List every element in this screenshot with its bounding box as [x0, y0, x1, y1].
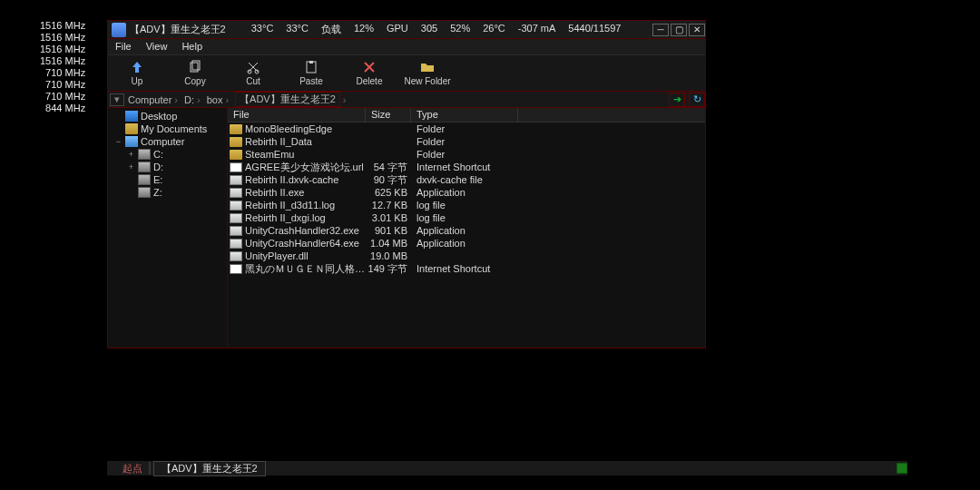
- tree-node[interactable]: −Computer: [110, 135, 225, 148]
- file-size: 901 KB: [366, 225, 411, 236]
- tree-node[interactable]: +D:: [110, 161, 225, 173]
- file-row[interactable]: Rebirth II_dxgi.log3.01 KBlog file: [228, 211, 705, 224]
- file-row[interactable]: Rebirth II_DataFolder: [228, 135, 705, 148]
- file-type: log file: [411, 212, 705, 223]
- address-bar: ▾ Computer›D:›box›【ADV】重生之老王2› ➔ ↻: [108, 92, 705, 108]
- file-row[interactable]: 黑丸のＭＵＧＥＮ同人格斗园....149 字节Internet Shortcut: [228, 262, 705, 275]
- file-size: 1.04 MB: [366, 238, 411, 249]
- breadcrumb[interactable]: box›: [205, 94, 233, 105]
- tree-node[interactable]: E:: [110, 173, 225, 186]
- file-type: Folder: [411, 136, 705, 147]
- stat-value: 5440/11597: [568, 23, 621, 36]
- tree-node[interactable]: My Documents: [110, 122, 225, 135]
- menu-file[interactable]: File: [108, 39, 139, 54]
- exe-icon: [230, 226, 242, 236]
- tree-node[interactable]: Desktop: [110, 110, 225, 122]
- column-header-type[interactable]: Type: [411, 108, 518, 122]
- file-row[interactable]: UnityCrashHandler64.exe1.04 MBApplicatio…: [228, 237, 705, 250]
- file-row[interactable]: SteamEmuFolder: [228, 148, 705, 161]
- tree-label: C:: [153, 149, 163, 160]
- refresh-button[interactable]: ↻: [689, 93, 705, 107]
- file-type: Internet Shortcut: [411, 162, 705, 172]
- start-label[interactable]: 起点: [119, 462, 146, 475]
- folder-icon: [230, 137, 242, 147]
- window-title: 【ADV】重生之老王2: [130, 23, 226, 36]
- column-header-size[interactable]: Size: [366, 108, 411, 122]
- titlebar-stats: 33°C33°C负载12%GPU30552%26°C-307 mA5440/11…: [251, 23, 651, 36]
- menu-bar: FileViewHelp: [108, 39, 705, 55]
- clock-reading: 1516 MHz: [40, 32, 85, 44]
- file-row[interactable]: MonoBleedingEdgeFolder: [228, 122, 705, 135]
- tree-label: Computer: [141, 136, 184, 147]
- file-name: Rebirth II.dxvk-cache: [245, 174, 338, 185]
- up-button[interactable]: Up: [108, 55, 166, 91]
- drive-icon: [138, 149, 151, 160]
- expander-icon[interactable]: [126, 188, 136, 198]
- up-label: Up: [132, 76, 143, 86]
- file-name: UnityCrashHandler64.exe: [245, 238, 359, 249]
- file-row[interactable]: UnityCrashHandler32.exe901 KBApplication: [228, 224, 705, 237]
- folder-icon: [230, 150, 242, 160]
- breadcrumb[interactable]: Computer›: [126, 94, 182, 105]
- copy-button[interactable]: Copy: [166, 55, 224, 91]
- file-row[interactable]: Rebirth II.dxvk-cache90 字节dxvk-cache fil…: [228, 173, 705, 186]
- titlebar[interactable]: 【ADV】重生之老王2 33°C33°C负载12%GPU30552%26°C-3…: [108, 21, 705, 39]
- close-button[interactable]: ✕: [689, 24, 705, 36]
- menu-help[interactable]: Help: [174, 39, 210, 54]
- breadcrumb[interactable]: 【ADV】重生之老王2›: [233, 92, 350, 107]
- file-icon: [230, 175, 242, 185]
- tree-node[interactable]: Z:: [110, 186, 225, 199]
- taskbar-task[interactable]: 【ADV】重生之老王2: [153, 461, 266, 476]
- go-button[interactable]: ➔: [669, 93, 685, 107]
- folder-tree: DesktopMy Documents−Computer+C:+D:E:Z:: [108, 108, 228, 348]
- expander-icon[interactable]: [113, 112, 123, 122]
- exe-icon: [230, 188, 242, 198]
- file-icon: [230, 213, 242, 223]
- chevron-right-icon: ›: [222, 94, 231, 105]
- expander-icon[interactable]: +: [126, 150, 136, 160]
- file-type: Application: [411, 187, 705, 198]
- expander-icon[interactable]: +: [126, 162, 136, 172]
- tray-icon[interactable]: [897, 463, 907, 474]
- copy-label: Copy: [184, 76, 205, 86]
- expander-icon[interactable]: −: [113, 137, 123, 147]
- start-icon[interactable]: [110, 463, 119, 474]
- tree-label: D:: [153, 162, 163, 172]
- maximize-button[interactable]: ▢: [671, 24, 687, 36]
- delete-button[interactable]: Delete: [340, 55, 398, 91]
- newfolder-button[interactable]: New Folder: [398, 55, 456, 91]
- file-row[interactable]: UnityPlayer.dll19.0 MB: [228, 250, 705, 262]
- folder-icon: [125, 123, 138, 134]
- file-name: Rebirth II.exe: [245, 187, 304, 198]
- file-name: UnityPlayer.dll: [245, 250, 309, 261]
- cut-button[interactable]: Cut: [224, 55, 282, 91]
- file-size: 625 KB: [366, 187, 411, 198]
- paste-button[interactable]: Paste: [282, 55, 340, 91]
- tree-node[interactable]: +C:: [110, 148, 225, 161]
- file-size: 3.01 KB: [366, 212, 411, 223]
- folder-icon: [230, 124, 242, 134]
- file-row[interactable]: AGREE美少女游戏论坛.url54 字节Internet Shortcut: [228, 161, 705, 173]
- stat-value: GPU: [387, 23, 408, 36]
- expander-icon[interactable]: [126, 175, 136, 185]
- expander-icon[interactable]: [113, 124, 123, 134]
- file-row[interactable]: Rebirth II.exe625 KBApplication: [228, 186, 705, 199]
- file-name: SteamEmu: [245, 149, 294, 160]
- chevron-right-icon: ›: [172, 94, 181, 105]
- file-name: Rebirth II_dxgi.log: [245, 212, 326, 223]
- drive-icon: [138, 174, 151, 185]
- file-name: UnityCrashHandler32.exe: [245, 225, 359, 236]
- file-type: Application: [411, 225, 705, 236]
- file-row[interactable]: Rebirth II_d3d11.log12.7 KBlog file: [228, 199, 705, 211]
- minimize-button[interactable]: ─: [652, 24, 669, 36]
- breadcrumb[interactable]: D:›: [182, 94, 205, 105]
- cpu-clocks-overlay: 1516 MHz1516 MHz1516 MHz1516 MHz710 MHz7…: [40, 20, 85, 114]
- history-dropdown[interactable]: ▾: [110, 93, 124, 106]
- menu-view[interactable]: View: [139, 39, 175, 54]
- svg-rect-5: [309, 61, 313, 64]
- column-header-file[interactable]: File: [228, 108, 366, 122]
- clock-reading: 710 MHz: [40, 67, 85, 79]
- tree-label: Z:: [153, 187, 162, 198]
- exe-icon: [230, 239, 242, 249]
- file-type: Internet Shortcut: [411, 263, 705, 274]
